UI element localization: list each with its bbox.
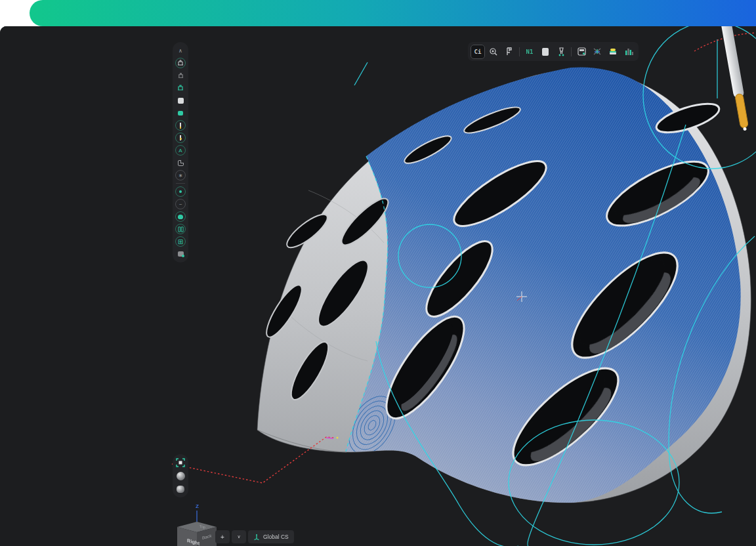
- mesh-display-icon[interactable]: ⊞: [175, 236, 186, 247]
- toolbar-divider: [176, 183, 185, 184]
- tool-holder-visibility-icon[interactable]: [175, 133, 186, 143]
- surfaces-display-icon[interactable]: [175, 211, 186, 222]
- axis-z-label: Z: [196, 503, 199, 509]
- head-a-axis-icon[interactable]: A: [175, 145, 186, 156]
- orbit-view-icon[interactable]: [175, 471, 186, 481]
- cs-bottom-bar: + ∨ Global CS: [215, 530, 294, 543]
- cs-axes-icon: [253, 534, 260, 540]
- lead-point: [337, 437, 339, 439]
- machine-visibility-icon[interactable]: [175, 58, 186, 68]
- nc-code-icon[interactable]: N1: [522, 45, 537, 59]
- global-cs-label: Global CS: [263, 534, 289, 540]
- zoom-fit-icon[interactable]: [175, 457, 186, 468]
- hero-gradient-bar: [30, 0, 756, 26]
- toolbar-separator: [571, 47, 572, 56]
- stock-icon[interactable]: [538, 45, 553, 59]
- pan-view-icon[interactable]: [175, 484, 186, 494]
- cube-face-top[interactable]: Top: [200, 524, 205, 529]
- workpiece-corner-icon[interactable]: [175, 158, 186, 168]
- curves-display-icon[interactable]: ~: [175, 199, 186, 209]
- stock-visibility-icon[interactable]: [175, 95, 186, 106]
- machine-active-icon[interactable]: [175, 83, 186, 93]
- viewport-display-toolbar: ∧ A ∗ ~ ⊞: [173, 42, 188, 262]
- app-window: ≡ Helmet ∧: [0, 26, 756, 546]
- lead-segment: [326, 438, 333, 438]
- cs-dropdown-button[interactable]: ∨: [232, 530, 246, 543]
- viewport-3d-scene[interactable]: [0, 26, 756, 546]
- caliper-measure-icon[interactable]: [502, 45, 516, 59]
- statistics-icon[interactable]: [621, 45, 636, 59]
- add-cs-button[interactable]: +: [215, 530, 230, 543]
- tool-visibility-icon[interactable]: [175, 120, 186, 131]
- toolbar-separator: [519, 47, 520, 56]
- part-visibility-icon[interactable]: [175, 108, 186, 118]
- viewport-mode-toolbar: Ci N1: [468, 42, 639, 61]
- fixture-display-icon[interactable]: [175, 249, 186, 259]
- sheets-display-icon[interactable]: [175, 224, 186, 234]
- multi-axis-icon[interactable]: [590, 45, 604, 59]
- tool-assembly-icon[interactable]: [554, 45, 568, 59]
- stock-layers-icon[interactable]: [606, 45, 620, 59]
- global-cs-button[interactable]: Global CS: [248, 530, 294, 543]
- points-display-icon[interactable]: [175, 186, 186, 197]
- machine-panel-icon[interactable]: [574, 45, 589, 59]
- collapse-toolbar-icon[interactable]: ∧: [175, 45, 186, 56]
- machine-small-icon[interactable]: [175, 70, 186, 81]
- viewport-nav-controls: [173, 454, 188, 497]
- collision-check-icon[interactable]: Ci: [471, 45, 485, 59]
- probe-inspection-icon[interactable]: [486, 45, 501, 59]
- coolant-icon[interactable]: ∗: [175, 170, 186, 180]
